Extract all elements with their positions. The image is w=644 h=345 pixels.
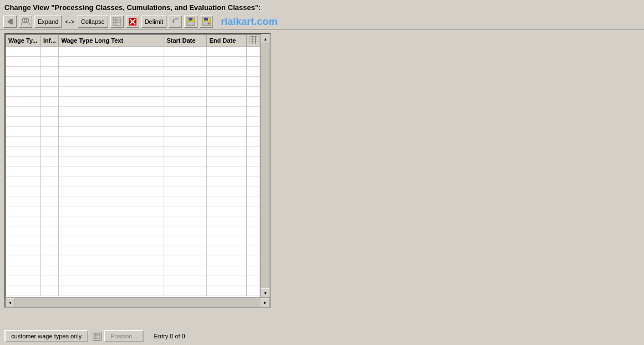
col-header-icon[interactable]: [247, 35, 260, 47]
table-row: [6, 266, 260, 276]
scroll-down-button[interactable]: ▼: [261, 288, 270, 297]
scroll-track-h: [14, 298, 261, 307]
svg-rect-16: [188, 22, 194, 25]
position-button[interactable]: Position...: [104, 330, 144, 342]
svg-text:+: +: [207, 22, 210, 26]
delete-icon: [128, 17, 137, 26]
table-header-row: Wage Ty... Inf... Wage Type Long Text St…: [6, 35, 260, 47]
table-row: [6, 246, 260, 256]
save2-icon: +: [202, 17, 211, 26]
table-with-scroll: Wage Ty... Inf... Wage Type Long Text St…: [6, 34, 270, 297]
table-row: [6, 126, 260, 136]
table-view-icon: [113, 17, 121, 26]
table-row: [6, 196, 260, 206]
status-bar: customer wage types only Position... Ent…: [0, 327, 644, 345]
table-row: [6, 146, 260, 156]
title-bar: Change View "Processing Classes, Cumulat…: [0, 0, 644, 14]
table-row: [6, 176, 260, 186]
table-row: [6, 87, 260, 97]
data-table-container: Wage Ty... Inf... Wage Type Long Text St…: [4, 33, 271, 308]
col-header-wage-ty: Wage Ty...: [6, 35, 41, 47]
table-row: [6, 236, 260, 246]
table-row: [6, 276, 260, 286]
table-row: [6, 67, 260, 77]
svg-rect-6: [113, 18, 121, 26]
undo-icon: [171, 17, 180, 26]
col-header-long-text: Wage Type Long Text: [59, 35, 164, 47]
undo-button[interactable]: [169, 16, 182, 28]
position-icon: [93, 332, 102, 341]
horizontal-scrollbar[interactable]: ◄ ►: [6, 297, 270, 307]
collapse-button[interactable]: Collapse: [78, 16, 108, 28]
svg-rect-15: [189, 18, 192, 21]
scroll-left-button[interactable]: ◄: [6, 298, 14, 307]
table-row: [6, 57, 260, 67]
delete-button[interactable]: [126, 16, 139, 28]
table-row: [6, 106, 260, 116]
find-icon: [21, 17, 30, 26]
table-row: [6, 97, 260, 106]
customer-btn-label: customer wage types only: [11, 333, 82, 339]
expand-collapse-separator: <->: [64, 18, 75, 25]
table-scroll-area: Wage Ty... Inf... Wage Type Long Text St…: [6, 34, 260, 297]
data-table: Wage Ty... Inf... Wage Type Long Text St…: [6, 34, 260, 296]
vertical-scrollbar[interactable]: ▲ ▼: [260, 34, 270, 297]
svg-rect-18: [204, 18, 208, 21]
table-row: [6, 156, 260, 166]
table-row: [6, 286, 260, 296]
table-row: [6, 186, 260, 196]
save-button[interactable]: [184, 16, 197, 28]
col-header-inf: Inf...: [41, 35, 59, 47]
svg-marker-0: [7, 19, 11, 24]
table-row: [6, 77, 260, 87]
table-row: [6, 116, 260, 126]
table-row: [6, 216, 260, 226]
delimit-label: Delimit: [144, 18, 165, 25]
position-btn-label: Position...: [110, 333, 137, 339]
svg-rect-1: [11, 19, 13, 24]
table-row: [6, 166, 260, 176]
table-row: [6, 226, 260, 236]
entry-info: Entry 0 of 0: [154, 333, 185, 339]
expand-button[interactable]: Expand: [34, 16, 62, 28]
back-button[interactable]: [3, 16, 17, 28]
svg-line-5: [29, 23, 30, 25]
scroll-right-button[interactable]: ►: [261, 298, 270, 307]
page-title: Change View "Processing Classes, Cumulat…: [4, 3, 261, 12]
svg-rect-21: [94, 333, 100, 339]
table-row: [6, 206, 260, 216]
table-view-button[interactable]: [110, 16, 124, 28]
table-row: [6, 136, 260, 146]
delimit-button[interactable]: Delimit: [141, 16, 167, 28]
main-window: Change View "Processing Classes, Cumulat…: [0, 0, 644, 345]
col-header-end-date: End Date: [207, 35, 247, 47]
toolbar: Expand <-> Collapse: [0, 14, 644, 30]
expand-label: Expand: [37, 18, 59, 25]
collapse-label: Collapse: [80, 18, 106, 25]
back-icon: [6, 17, 14, 26]
customer-wage-types-button[interactable]: customer wage types only: [4, 330, 88, 342]
watermark: rialkart.com: [221, 16, 277, 28]
scroll-track-v: [261, 43, 270, 288]
col-header-start-date: Start Date: [164, 35, 207, 47]
column-chooser-icon: [250, 36, 257, 44]
save2-button[interactable]: +: [200, 16, 213, 28]
content-area: Wage Ty... Inf... Wage Type Long Text St…: [0, 30, 644, 327]
save-icon: [186, 17, 195, 26]
find-button[interactable]: [19, 16, 32, 28]
table-row: [6, 47, 260, 57]
scroll-up-button[interactable]: ▲: [261, 34, 270, 43]
table-body: [6, 47, 260, 296]
svg-line-4: [21, 23, 22, 25]
table-row: [6, 256, 260, 266]
